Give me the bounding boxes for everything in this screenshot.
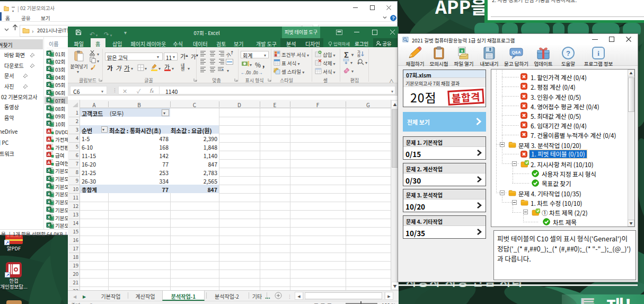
svg-text:?: ? xyxy=(392,15,395,21)
svg-text:X: X xyxy=(48,66,51,71)
svg-text:i: i xyxy=(597,49,599,57)
svg-text:X: X xyxy=(48,199,51,204)
svg-text:X: X xyxy=(48,114,51,118)
svg-text:A: A xyxy=(47,160,50,165)
svg-text:하: 하 xyxy=(357,53,360,57)
svg-text:X: X xyxy=(48,82,51,87)
svg-text:X: X xyxy=(48,90,51,95)
svg-text:X: X xyxy=(48,176,51,181)
svg-text:X: X xyxy=(48,51,51,56)
svg-text:X: X xyxy=(48,74,51,79)
svg-text:X: X xyxy=(48,223,51,228)
svg-text:A: A xyxy=(47,152,50,157)
svg-text:X: X xyxy=(461,49,463,53)
svg-text:A: A xyxy=(47,137,50,142)
svg-text:A: A xyxy=(47,145,50,150)
svg-text:Q&A: Q&A xyxy=(512,50,521,55)
svg-text:X: X xyxy=(48,168,51,173)
svg-text:X: X xyxy=(48,192,51,196)
svg-text:X: X xyxy=(48,121,51,126)
svg-text:X: X xyxy=(48,98,51,102)
svg-text:X: X xyxy=(48,215,51,220)
svg-text:?: ? xyxy=(566,49,570,57)
svg-text:X: X xyxy=(48,184,51,188)
svg-text:A: A xyxy=(47,129,50,134)
svg-text:X: X xyxy=(48,106,51,110)
svg-text:X: X xyxy=(48,59,51,64)
svg-text:X: X xyxy=(48,207,51,212)
